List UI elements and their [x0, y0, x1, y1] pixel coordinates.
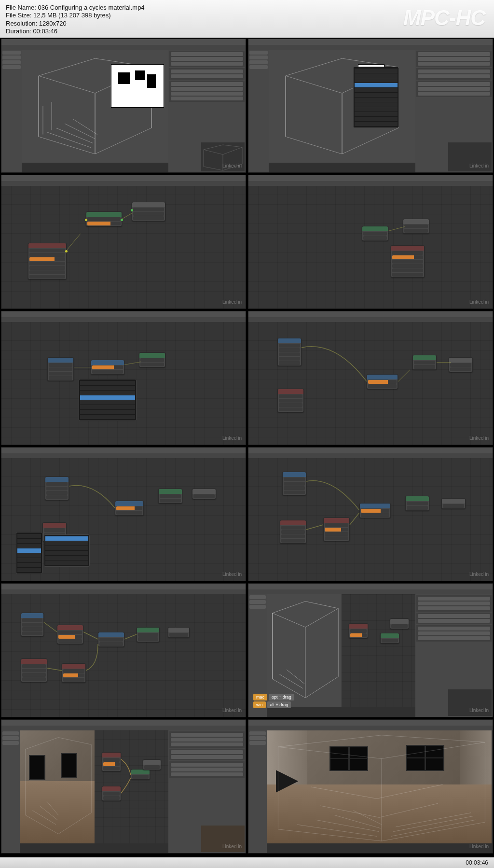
footer-bar: 00:03:46: [0, 857, 494, 868]
linkedin-watermark: Linked in: [222, 299, 242, 305]
linkedin-watermark: Linked in: [222, 435, 242, 441]
3d-viewport[interactable]: [269, 50, 415, 163]
3d-viewport[interactable]: [267, 594, 342, 707]
file-info-header: File Name: 036 Configuring a cycles mate…: [0, 0, 494, 38]
texcoord-node[interactable]: [21, 613, 44, 636]
blender-menubar: [1, 589, 246, 594]
properties-panel[interactable]: [415, 50, 493, 172]
properties-panel[interactable]: [168, 50, 246, 172]
image-texture-node[interactable]: [28, 243, 67, 280]
image-texture-2-node[interactable]: [21, 658, 47, 682]
blender-topbar: [1, 584, 246, 589]
diffuse-node[interactable]: [158, 489, 182, 504]
add-submenu[interactable]: [44, 534, 90, 567]
app-logo: MPC-HC: [403, 6, 485, 30]
output-node[interactable]: [192, 489, 216, 499]
duration-label: Duration:: [6, 28, 31, 35]
thumbnail-2[interactable]: Linked in: [248, 39, 493, 173]
diffuse-node[interactable]: [137, 627, 160, 642]
blender-topbar: [1, 311, 246, 317]
3d-viewport[interactable]: [20, 730, 95, 843]
blender-menubar: [1, 45, 246, 50]
blender-topbar: [248, 448, 493, 453]
output-node[interactable]: [403, 219, 429, 234]
shortcut-overlay: mac opt + drag win alt + drag: [253, 693, 294, 709]
texcoord-node[interactable]: [47, 357, 74, 381]
blender-menubar: [1, 317, 246, 322]
linkedin-watermark: Linked in: [469, 572, 489, 577]
3d-viewport[interactable]: [22, 50, 168, 163]
blender-topbar: [1, 448, 246, 453]
properties-panel[interactable]: [168, 730, 246, 853]
add-categories-menu[interactable]: [16, 532, 42, 574]
output-node[interactable]: [168, 627, 190, 638]
linkedin-watermark: Linked in: [469, 844, 489, 849]
footer-time: 00:03:46: [466, 859, 488, 866]
texcoord-node[interactable]: [282, 472, 306, 495]
thumbnail-6[interactable]: Linked in: [248, 311, 493, 445]
mix-node[interactable]: [62, 663, 86, 683]
mapping-node[interactable]: [359, 503, 391, 518]
blender-menubar: [248, 317, 493, 322]
thumbnail-5[interactable]: Linked in: [1, 311, 246, 445]
linkedin-watermark: Linked in: [222, 844, 242, 849]
blender-menubar: [248, 181, 493, 186]
image-texture-node-2[interactable]: [280, 520, 306, 544]
bump-node[interactable]: [98, 632, 124, 647]
editor-type-menu[interactable]: [353, 67, 399, 128]
blender-topbar: [1, 175, 246, 181]
output-node[interactable]: [449, 357, 473, 372]
diffuse-node[interactable]: [362, 226, 388, 241]
tool-shelf: [248, 730, 267, 853]
blender-topbar: [248, 720, 493, 726]
linkedin-watermark: Linked in: [469, 708, 489, 713]
image-texture-node[interactable]: [277, 389, 304, 412]
properties-panel[interactable]: [415, 594, 493, 717]
linkedin-watermark: Linked in: [469, 163, 489, 168]
blender-menubar: [1, 453, 246, 458]
thumbnail-1[interactable]: Linked in: [1, 39, 246, 173]
node-editor-area[interactable]: [342, 594, 415, 707]
win-badge: win: [253, 701, 266, 708]
output-node[interactable]: [441, 498, 466, 509]
thumbnail-8[interactable]: Linked in: [248, 447, 493, 581]
linkedin-watermark: Linked in: [222, 708, 242, 713]
blender-topbar: [1, 720, 246, 726]
image-select-menu[interactable]: [79, 379, 137, 421]
diffuse-node[interactable]: [405, 496, 429, 511]
mix-node[interactable]: [323, 518, 350, 541]
thumbnail-10[interactable]: mac opt + drag win alt + drag Linked in: [248, 583, 493, 717]
diffuse-node[interactable]: [139, 352, 165, 367]
image-texture-1-node[interactable]: [57, 625, 83, 644]
thumbnail-11[interactable]: Linked in: [1, 719, 246, 854]
diffuse-bsdf-node[interactable]: [86, 211, 122, 226]
blender-topbar: [248, 175, 493, 181]
thumbnail-12[interactable]: Linked in: [248, 719, 493, 854]
blender-topbar: [248, 584, 493, 589]
duration-value: 00:03:46: [33, 28, 57, 35]
resolution-value: 1280x720: [39, 20, 67, 27]
mapping-node[interactable]: [91, 360, 124, 375]
tool-shelf: [1, 50, 22, 172]
blender-menubar: [248, 45, 493, 50]
blender-menubar: [1, 726, 246, 730]
3d-viewport-rendered[interactable]: [267, 730, 492, 843]
file-size-label: File Size:: [6, 12, 31, 19]
diffuse-node[interactable]: [412, 355, 437, 370]
mapping-node[interactable]: [115, 501, 144, 516]
node-editor-area[interactable]: [95, 730, 168, 843]
tool-shelf: [248, 50, 269, 172]
texcoord-node[interactable]: [45, 476, 69, 500]
mapping-node[interactable]: [367, 374, 398, 389]
mac-shortcut: opt + drag: [269, 694, 294, 700]
thumbnail-9[interactable]: Linked in: [1, 583, 246, 717]
blender-menubar: [248, 453, 493, 458]
texcoord-node[interactable]: [277, 338, 302, 366]
thumbnail-3[interactable]: Linked in: [1, 175, 246, 309]
image-texture-node[interactable]: [391, 245, 425, 278]
blender-topbar: [248, 311, 493, 317]
thumbnail-4[interactable]: Linked in: [248, 175, 493, 309]
material-output-node[interactable]: [132, 202, 165, 221]
resolution-label: Resolution:: [6, 20, 37, 27]
thumbnail-7[interactable]: Linked in: [1, 447, 246, 581]
